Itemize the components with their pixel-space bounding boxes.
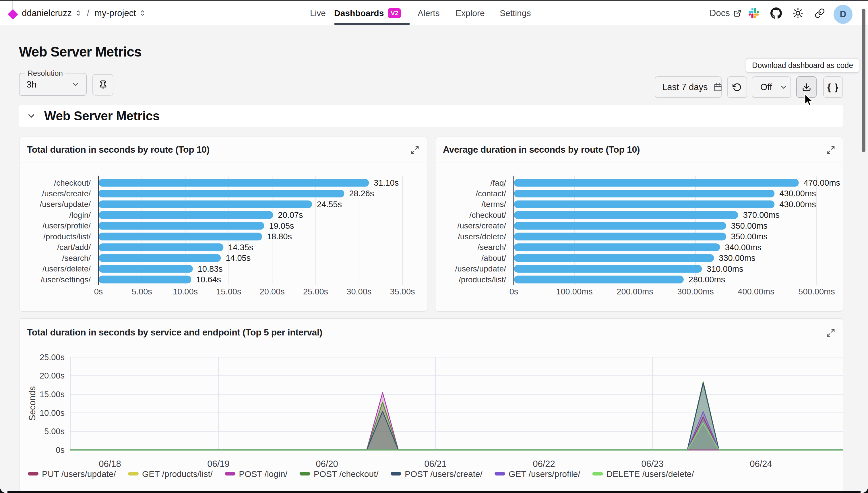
chevron-updown-icon [139, 9, 146, 17]
bar[interactable] [514, 276, 684, 283]
bar[interactable] [99, 276, 191, 283]
bar[interactable] [514, 222, 726, 230]
bar-value-label: 28.26s [349, 189, 374, 198]
legend-item[interactable]: GET /users/profile/ [494, 469, 580, 479]
pin-icon [98, 80, 108, 90]
breadcrumb-separator: / [87, 8, 89, 18]
series-line [70, 417, 843, 450]
github-icon[interactable] [770, 1, 782, 25]
bar-value-label: 31.10s [374, 178, 399, 187]
legend-swatch [300, 472, 310, 475]
chevron-updown-icon [75, 9, 82, 17]
legend-swatch [225, 472, 235, 475]
dashboard-code-button[interactable]: { } [823, 76, 843, 98]
bar[interactable] [514, 211, 738, 219]
chevron-down-icon [780, 83, 788, 91]
series-line [70, 383, 843, 450]
legend-label: POST /users/create/ [405, 469, 483, 479]
legend-item[interactable]: DELETE /users/delete/ [592, 469, 694, 479]
window-corner [0, 486, 7, 493]
refresh-button[interactable] [727, 76, 747, 98]
bar[interactable] [514, 265, 702, 273]
series-area [70, 412, 843, 450]
bar-category-label: /users/update/ [455, 264, 506, 273]
x-tick-label: 300.00ms [677, 287, 714, 296]
legend-item[interactable]: GET /products/list/ [128, 469, 213, 479]
bar[interactable] [514, 254, 714, 262]
x-tick-label: 06/23 [641, 459, 664, 469]
bar-category-label: /products/list/ [459, 275, 506, 284]
breadcrumb-project[interactable]: my-project [94, 8, 146, 18]
line-chart-duration-by-service[interactable]: 0s5.00s10.00s15.00s20.00s25.00s06/1806/1… [20, 319, 843, 493]
bar-value-label: 20.07s [278, 210, 303, 219]
bar[interactable] [99, 211, 273, 219]
section-header[interactable]: Web Server Metrics [19, 105, 843, 127]
x-tick-label: 35.00s [390, 287, 415, 296]
avatar[interactable]: D [833, 5, 852, 24]
bar-chart-average-duration[interactable]: 0s100.00ms200.00ms300.00ms400.00ms500.00… [436, 137, 843, 313]
scrollbar-thumb[interactable] [862, 8, 865, 152]
series-area [70, 383, 843, 450]
time-range-button[interactable]: Last 7 days [655, 76, 722, 98]
legend-swatch [128, 472, 139, 475]
auto-refresh-select[interactable]: Off [752, 76, 791, 98]
bar[interactable] [514, 243, 720, 251]
x-tick-label: 0s [94, 287, 103, 296]
x-tick-label: 06/19 [207, 459, 230, 469]
section-collapse-chevron-icon[interactable] [26, 111, 36, 121]
tab-alerts[interactable]: Alerts [418, 1, 440, 25]
tab-label: Settings [500, 8, 531, 18]
bar[interactable] [99, 190, 344, 197]
x-tick-label: 500.00ms [798, 287, 835, 296]
code-braces-label: { } [827, 82, 839, 93]
pin-button[interactable] [92, 74, 113, 95]
logo-diamond-icon[interactable] [8, 9, 18, 20]
org-name: ddanielcruzz [22, 8, 72, 18]
window-corner [861, 486, 868, 493]
section-title: Web Server Metrics [44, 109, 160, 123]
legend-label: DELETE /users/delete/ [607, 469, 694, 479]
y-axis-label: Seconds [27, 386, 37, 421]
bar-value-label: 24.55s [317, 200, 342, 209]
legend-item[interactable]: POST /checkout/ [300, 469, 379, 479]
chart-card-average-duration: Average duration in seconds by route (To… [435, 136, 843, 312]
tab-live[interactable]: Live [310, 1, 326, 25]
series-line [70, 402, 843, 450]
x-tick-label: 06/18 [99, 459, 121, 469]
breadcrumb-org[interactable]: ddanielcruzz [22, 8, 82, 18]
bar-value-label: 350.00ms [731, 232, 767, 241]
bar[interactable] [99, 254, 221, 262]
bar[interactable] [99, 233, 262, 240]
tab-settings[interactable]: Settings [500, 1, 531, 25]
bar-category-label: /users/profile/ [42, 221, 91, 230]
bar[interactable] [99, 200, 312, 208]
bar[interactable] [514, 200, 775, 208]
chart-card-total-duration: Total duration in seconds by route (Top … [19, 136, 427, 312]
bar-value-label: 430.00ms [779, 189, 816, 198]
x-tick-label: 06/21 [424, 459, 447, 469]
bar-chart-total-duration[interactable]: 0s5.00s10.00s15.00s20.00s25.00s30.00s35.… [20, 137, 427, 313]
legend-item[interactable]: PUT /users/update/ [28, 469, 116, 479]
bar[interactable] [514, 190, 775, 197]
bar[interactable] [99, 179, 369, 187]
series-area [70, 382, 843, 450]
active-tab-underline [334, 23, 410, 25]
bar[interactable] [514, 179, 799, 187]
window-bottom-edge [0, 491, 868, 493]
tab-explore[interactable]: Explore [456, 1, 485, 25]
tab-dashboards[interactable]: DashboardsV2 [334, 1, 401, 25]
x-tick-label: 20.00s [260, 287, 285, 296]
x-tick-label: 0s [509, 287, 518, 296]
sun-icon[interactable] [792, 1, 803, 25]
link-icon[interactable] [814, 1, 825, 25]
legend-item[interactable]: POST /login/ [225, 469, 288, 479]
legend-item[interactable]: POST /users/create/ [391, 469, 483, 479]
bar[interactable] [99, 265, 193, 273]
docs-link[interactable]: Docs [710, 1, 741, 25]
tab-label: Dashboards [334, 8, 384, 18]
slack-icon[interactable] [748, 1, 759, 25]
bar[interactable] [99, 222, 264, 230]
bar[interactable] [99, 243, 223, 251]
bar[interactable] [514, 233, 726, 240]
resolution-select[interactable]: Resolution 3h [19, 73, 87, 96]
